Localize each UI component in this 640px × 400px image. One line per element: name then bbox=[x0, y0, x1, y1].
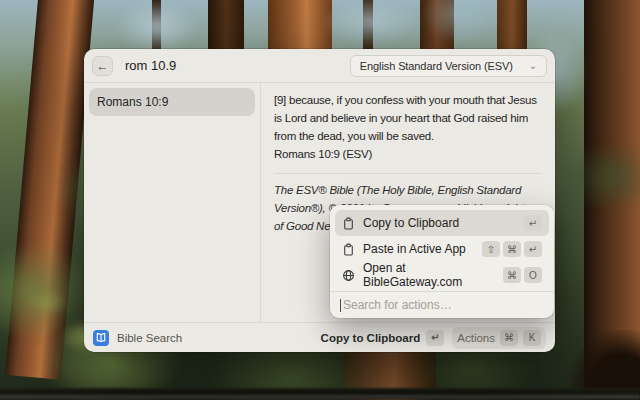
bible-search-app-icon bbox=[93, 330, 109, 346]
clipboard-icon bbox=[342, 217, 355, 230]
action-label: Paste in Active App bbox=[363, 242, 466, 256]
dropdown-value: English Standard Version (ESV) bbox=[360, 60, 513, 72]
actions-button-label: Actions bbox=[457, 332, 495, 344]
action-label: Copy to Clipboard bbox=[363, 216, 459, 230]
back-button[interactable]: ← bbox=[92, 56, 113, 76]
action-paste-in-active-app[interactable]: Paste in Active App ⇧ ⌘ ↵ bbox=[335, 236, 549, 262]
verse-reference: Romans 10:9 (ESV) bbox=[274, 146, 542, 164]
action-copy-to-clipboard[interactable]: Copy to Clipboard ↵ bbox=[335, 210, 549, 236]
globe-icon bbox=[342, 269, 355, 282]
text-caret bbox=[340, 299, 341, 312]
status-bar: Bible Search Copy to Clipboard ↵ Actions… bbox=[84, 323, 555, 352]
cmd-key-icon: ⌘ bbox=[503, 241, 521, 257]
screen: ← rom 10.9 English Standard Version (ESV… bbox=[0, 0, 640, 400]
ground-shadow bbox=[0, 388, 640, 400]
results-list: Romans 10:9 bbox=[84, 83, 260, 322]
shift-key-icon: ⇧ bbox=[482, 241, 500, 257]
primary-action-button[interactable]: Copy to Clipboard ↵ bbox=[321, 330, 445, 346]
actions-list: Copy to Clipboard ↵ Paste in Active App … bbox=[330, 205, 554, 291]
action-shortcut: ⌘ O bbox=[503, 267, 542, 283]
status-bar-actions: Copy to Clipboard ↵ Actions ⌘ K bbox=[321, 327, 546, 349]
list-item-label: Romans 10:9 bbox=[97, 95, 168, 109]
search-query-text[interactable]: rom 10.9 bbox=[125, 58, 176, 73]
actions-search-row bbox=[330, 292, 554, 318]
window-header: ← rom 10.9 English Standard Version (ESV… bbox=[84, 49, 555, 82]
k-key-icon: K bbox=[523, 330, 541, 346]
cmd-key-icon: ⌘ bbox=[503, 267, 521, 283]
app-name: Bible Search bbox=[117, 332, 182, 344]
return-key-icon: ↵ bbox=[426, 330, 444, 346]
verse-text: [9] because, if you confess with your mo… bbox=[274, 92, 542, 145]
clipboard-icon bbox=[342, 243, 355, 256]
action-open-at-biblegateway[interactable]: Open at BibleGateway.com ⌘ O bbox=[335, 262, 549, 288]
chevron-down-icon: ⌄ bbox=[529, 61, 537, 71]
detail-divider bbox=[274, 173, 542, 174]
cmd-key-icon: ⌘ bbox=[500, 330, 518, 346]
return-key-icon: ↵ bbox=[524, 215, 542, 231]
actions-popover: Copy to Clipboard ↵ Paste in Active App … bbox=[330, 205, 554, 318]
list-item-romans-10-9[interactable]: Romans 10:9 bbox=[89, 88, 255, 116]
action-shortcut: ↵ bbox=[524, 215, 542, 231]
action-label: Open at BibleGateway.com bbox=[363, 261, 495, 289]
return-key-icon: ↵ bbox=[524, 241, 542, 257]
actions-button[interactable]: Actions ⌘ K bbox=[452, 327, 546, 349]
app-chip: Bible Search bbox=[93, 330, 182, 346]
action-shortcut: ⇧ ⌘ ↵ bbox=[482, 241, 542, 257]
back-icon: ← bbox=[97, 59, 109, 73]
actions-search-input[interactable] bbox=[343, 298, 544, 312]
primary-action-label: Copy to Clipboard bbox=[321, 332, 421, 344]
bible-version-dropdown[interactable]: English Standard Version (ESV) ⌄ bbox=[350, 55, 547, 77]
o-key-icon: O bbox=[524, 267, 542, 283]
